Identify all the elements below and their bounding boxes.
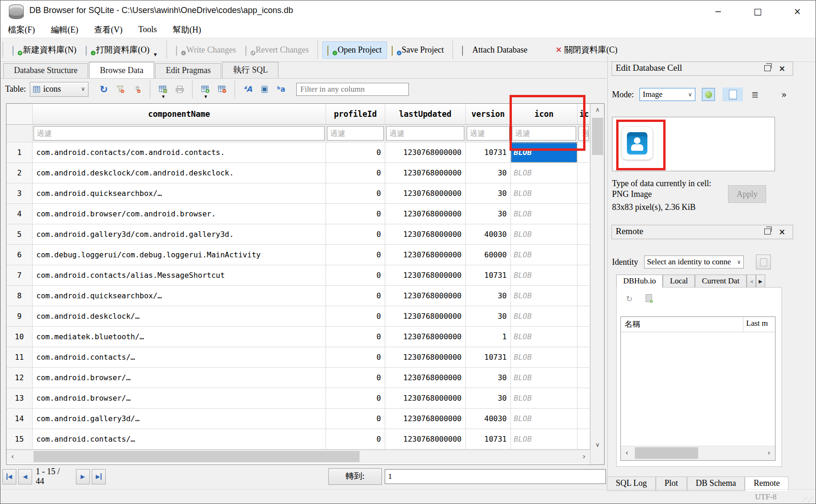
last-record-button[interactable]: ▶ bbox=[92, 469, 106, 484]
refresh-button[interactable]: ↻ bbox=[98, 83, 110, 95]
cell-componentname[interactable]: com.android.gallery3d/… bbox=[33, 409, 326, 429]
cell-profileid[interactable]: 0 bbox=[326, 265, 385, 286]
remote-list-column-name[interactable]: 名稱 bbox=[621, 317, 743, 332]
remote-scroll-thumb[interactable] bbox=[635, 447, 698, 459]
grid-horizontal-scrollbar[interactable]: ‹ › bbox=[7, 450, 590, 464]
column-header-lastupdated[interactable]: lastUpdated bbox=[385, 104, 466, 125]
cell-icon-blob[interactable]: BLOB bbox=[511, 327, 578, 347]
panel-overflow-button[interactable]: » bbox=[781, 89, 787, 100]
cell-version[interactable]: 1 bbox=[466, 327, 511, 347]
cell-lastupdated[interactable]: 1230768000000 bbox=[385, 306, 466, 327]
cell-version[interactable]: 10731 bbox=[466, 265, 511, 286]
float-panel-icon[interactable] bbox=[764, 65, 771, 71]
cell-lastupdated[interactable]: 1230768000000 bbox=[385, 347, 466, 368]
cell-componentname[interactable]: com.android.quicksearchbox/… bbox=[33, 286, 326, 306]
filter-cell-version[interactable]: 過濾 bbox=[466, 125, 511, 142]
cell-lastupdated[interactable]: 1230768000000 bbox=[385, 183, 466, 204]
cell-lastupdated[interactable]: 1230768000000 bbox=[385, 286, 466, 306]
cell-version[interactable]: 60000 bbox=[466, 245, 511, 265]
revert-changes-button[interactable]: ↺ Revert Changes bbox=[241, 42, 313, 58]
cell-componentname[interactable]: com.android.deskclock/… bbox=[33, 306, 326, 327]
goto-record-input[interactable] bbox=[385, 469, 606, 484]
float-panel-icon[interactable] bbox=[764, 228, 771, 235]
cell-componentname[interactable]: com.android.browser/… bbox=[33, 388, 326, 409]
cell-version[interactable]: 40030 bbox=[466, 409, 511, 429]
delete-record-button[interactable] bbox=[216, 83, 228, 95]
save-results-button[interactable]: ▼ bbox=[157, 83, 169, 95]
scroll-right-icon[interactable]: › bbox=[578, 450, 590, 463]
scroll-left-icon[interactable]: ‹ bbox=[621, 446, 633, 459]
identity-select[interactable]: Select an identity to conne ∨ bbox=[644, 255, 744, 269]
cell-icon-blob[interactable]: BLOB bbox=[511, 142, 578, 163]
cell-profileid[interactable]: 0 bbox=[326, 286, 385, 306]
cell-profileid[interactable]: 0 bbox=[326, 368, 385, 388]
filter-cell-profileid[interactable]: 過濾 bbox=[326, 125, 385, 142]
cell-profileid[interactable]: 0 bbox=[326, 327, 385, 347]
cell-lastupdated[interactable]: 1230768000000 bbox=[385, 409, 466, 429]
new-database-button[interactable]: + 新建資料庫(N) bbox=[8, 41, 81, 59]
close-panel-icon[interactable]: × bbox=[779, 228, 785, 235]
close-panel-icon[interactable]: × bbox=[779, 65, 785, 72]
cell-componentname[interactable]: com.android.contacts/com.android.contact… bbox=[33, 142, 326, 163]
cell-profileid[interactable]: 0 bbox=[326, 224, 385, 245]
scroll-right-icon[interactable]: › bbox=[763, 446, 775, 459]
cell-lastupdated[interactable]: 1230768000000 bbox=[385, 163, 466, 183]
resize-grip-icon[interactable]: ⋰⋰ bbox=[802, 496, 814, 503]
save-results-dropdown-arrow[interactable]: ▼ bbox=[161, 94, 166, 99]
cell-icon-blob[interactable]: BLOB bbox=[511, 347, 578, 368]
remote-clone-database-icon[interactable] bbox=[646, 294, 652, 302]
filter-cell-componentname[interactable]: 過濾 bbox=[33, 125, 326, 142]
cell-version[interactable]: 30 bbox=[466, 368, 511, 388]
cell-profileid[interactable]: 0 bbox=[326, 409, 385, 429]
insert-record-button[interactable]: ▼ bbox=[199, 83, 211, 95]
tab-scroll-left-icon[interactable]: ◀ bbox=[747, 275, 756, 288]
cell-profileid[interactable]: 0 bbox=[326, 204, 385, 224]
cell-version[interactable]: 30 bbox=[466, 163, 511, 183]
cell-icon-blob[interactable]: BLOB bbox=[511, 204, 578, 224]
cell-version[interactable]: 30 bbox=[466, 306, 511, 327]
filter-cell-lastupdated[interactable]: 過濾 bbox=[385, 125, 466, 142]
horizontal-scroll-thumb[interactable] bbox=[34, 451, 360, 462]
show-rowid-button[interactable] bbox=[258, 83, 271, 95]
remote-refresh-icon[interactable]: ↻ bbox=[626, 294, 632, 303]
tab-current-database[interactable]: Current Dat bbox=[695, 275, 747, 288]
cell-version[interactable]: 30 bbox=[466, 204, 511, 224]
open-project-button[interactable]: › Open Project bbox=[322, 41, 387, 59]
cell-componentname[interactable]: com.mediatek.bluetooth/… bbox=[33, 327, 326, 347]
cell-icon-blob[interactable]: BLOB bbox=[511, 224, 578, 245]
first-record-button[interactable]: ◀ bbox=[2, 469, 16, 484]
cell-componentname[interactable]: com.android.browser/com.android.browser. bbox=[33, 204, 326, 224]
cell-icon-blob[interactable]: BLOB bbox=[511, 286, 578, 306]
table-select[interactable]: icons ∨ bbox=[30, 82, 88, 97]
filter-any-column-input[interactable] bbox=[296, 83, 409, 96]
scroll-down-icon[interactable]: ∨ bbox=[591, 439, 605, 451]
goto-button[interactable]: 轉到: bbox=[328, 468, 382, 485]
cell-lastupdated[interactable]: 1230768000000 bbox=[385, 388, 466, 409]
menu-view[interactable]: 查看(V) bbox=[92, 23, 124, 36]
next-record-button[interactable]: ▶ bbox=[76, 469, 90, 484]
save-project-button[interactable]: ▪ Save Project bbox=[387, 42, 449, 58]
cell-icon-blob[interactable]: BLOB bbox=[511, 306, 578, 327]
cell-lastupdated[interactable]: 1230768000000 bbox=[385, 245, 466, 265]
insert-record-dropdown-arrow[interactable]: ▼ bbox=[204, 94, 208, 99]
cell-lastupdated[interactable]: 1230768000000 bbox=[385, 142, 466, 163]
cell-icon-blob[interactable]: BLOB bbox=[511, 245, 578, 265]
cell-icon-blob[interactable]: BLOB bbox=[511, 183, 578, 204]
tab-local[interactable]: Local bbox=[663, 275, 695, 288]
write-changes-button[interactable]: ▪ Write Changes bbox=[171, 42, 241, 58]
tab-scroll-right-icon[interactable]: ▶ bbox=[756, 275, 765, 288]
remote-list-scrollbar[interactable]: ‹ › bbox=[621, 446, 775, 460]
import-data-button[interactable] bbox=[702, 88, 715, 101]
column-header-icon[interactable]: icon bbox=[511, 104, 578, 125]
menu-help[interactable]: 幫助(H) bbox=[171, 23, 203, 36]
text-mode-button[interactable] bbox=[722, 87, 743, 101]
vertical-scroll-thumb[interactable] bbox=[592, 118, 603, 155]
cell-version[interactable]: 10731 bbox=[466, 429, 511, 450]
clear-sort-button[interactable] bbox=[131, 83, 143, 95]
filter-cell-clipped[interactable]: 過濾 bbox=[578, 125, 590, 142]
scroll-left-icon[interactable]: ‹ bbox=[7, 450, 19, 463]
cell-version[interactable]: 10731 bbox=[466, 142, 511, 163]
menu-edit[interactable]: 編輯(E) bbox=[49, 23, 80, 36]
cell-lastupdated[interactable]: 1230768000000 bbox=[385, 429, 466, 450]
cell-version[interactable]: 30 bbox=[466, 388, 511, 409]
